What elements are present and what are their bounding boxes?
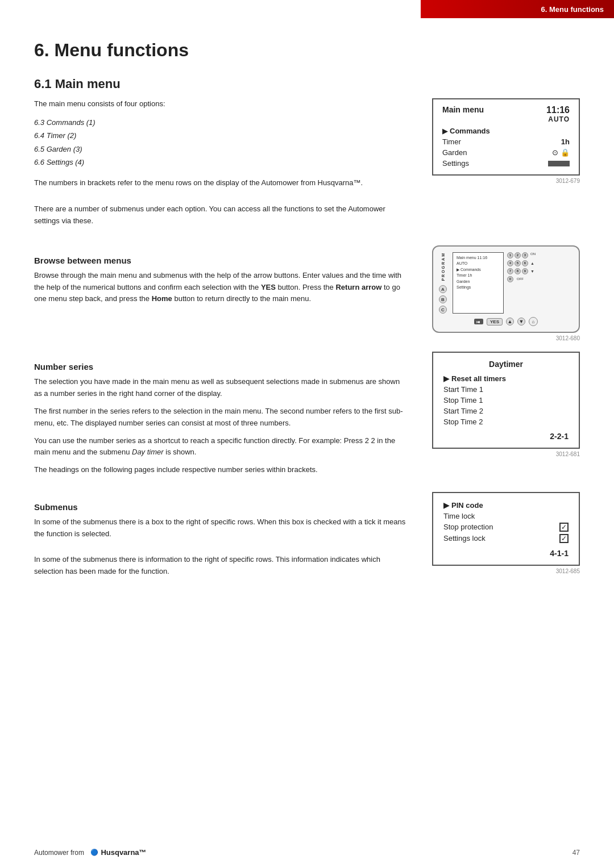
sub-lcd-row-timelock: Time lock: [443, 511, 569, 521]
header-section-label: 6. Menu functions: [541, 5, 604, 14]
number-series-para2: The first number in the series refers to…: [34, 406, 409, 429]
daytimer-lcd: Daytimer ▶Reset all timers Start Time 1 …: [432, 352, 580, 449]
btn-down[interactable]: ▼: [517, 318, 525, 326]
off-indicator: ▼: [530, 269, 534, 274]
submenus-lcd: ▶PIN code Time lock Stop protection ✓ Se…: [432, 492, 580, 566]
daytimer-row-reset: ▶Reset all timers: [443, 373, 569, 384]
lcd-time-auto: 11:16 AUTO: [546, 105, 570, 123]
daytimer-title: Daytimer: [443, 360, 569, 369]
lcd-bar-settings: [548, 161, 570, 166]
on-indicator: ▲: [530, 261, 534, 266]
lcd-row-commands: ▶Commands: [442, 126, 570, 136]
lcd-label-settings: Settings: [442, 159, 469, 168]
device-left-area: PROGRAM A B C: [439, 252, 449, 314]
submenus-two-col: Submenus In some of the submenus there i…: [34, 492, 580, 583]
browse-two-col: Browse between menus Browse through the …: [34, 245, 580, 342]
btn-6[interactable]: 6: [522, 260, 528, 266]
lcd-auto: AUTO: [546, 115, 570, 123]
section-6-1: 6.1 Main menu The main menu consists of …: [34, 77, 580, 233]
menu-note: The numbers in brackets refer to the men…: [34, 177, 409, 189]
submenus-number: 4-1-1: [443, 549, 569, 558]
daytimer-row-stop2: Stop Time 2: [443, 416, 569, 427]
lcd-val-timer: 1h: [561, 137, 570, 146]
check-stop-protection: ✓: [559, 523, 569, 532]
main-menu-left-col: The main menu consists of four options: …: [34, 98, 409, 233]
main-menu-two-col: The main menu consists of four options: …: [34, 98, 580, 233]
btn-2[interactable]: 2: [515, 252, 521, 258]
page-number: 47: [572, 849, 580, 857]
device-illustration: PROGRAM A B C Main menu 11:16 AUT: [432, 245, 580, 333]
mini-lcd-line6: Settings: [457, 285, 500, 291]
mini-lcd-line3: ▶ Commands: [457, 267, 500, 273]
mini-lcd-line2: AUTO: [457, 261, 500, 267]
header-bar: 6. Menu functions: [421, 0, 614, 18]
daytimer-arrow: ▶: [443, 374, 449, 383]
menu-item-1: 6.3 Commands (1): [34, 116, 409, 129]
menu-subtext1: There are a number of submenus under eac…: [34, 203, 409, 227]
number-series-para4: The headings on the following pages incl…: [34, 464, 409, 476]
keypad-row-1: 1 2 3 ON: [507, 252, 536, 258]
number-series-right-col: Daytimer ▶Reset all timers Start Time 1 …: [432, 352, 580, 482]
sub-lcd-row-stop-protection: Stop protection ✓: [443, 521, 569, 533]
btn-9[interactable]: 9: [522, 268, 528, 274]
daytimer-row-start2: Start Time 2: [443, 406, 569, 416]
menu-item-3: 6.5 Garden (3): [34, 143, 409, 156]
device-mini-lcd: Main menu 11:16 AUTO ▶ Commands Timer 1h…: [453, 252, 504, 314]
browse-right-col: PROGRAM A B C Main menu 11:16 AUT: [432, 245, 580, 342]
main-menu-right-col: Main menu 11:16 AUTO ▶Commands Timer 1h: [432, 98, 580, 233]
submenus-para1: In some of the submenus there is a box t…: [34, 516, 409, 540]
btn-A[interactable]: A: [439, 285, 447, 293]
btn-4[interactable]: 4: [507, 260, 513, 266]
btn-3[interactable]: 3: [522, 252, 528, 258]
mini-lcd-line1: Main menu 11:16: [457, 255, 500, 261]
chapter-title: 6. Menu functions: [34, 40, 580, 61]
number-series-left-col: Number series The selection you have mad…: [34, 352, 409, 482]
footer-logo: Automower from 🔵 Husqvarna™: [34, 848, 147, 857]
submenus-left-col: Submenus In some of the submenus there i…: [34, 492, 409, 583]
lcd-row-garden: Garden ⊙ 🔒: [442, 147, 570, 158]
lcd-header: Main menu 11:16 AUTO: [442, 105, 570, 123]
btn-1[interactable]: 1: [507, 252, 513, 258]
number-series-two-col: Number series The selection you have mad…: [34, 352, 580, 482]
husqvarna-brand: Husqvarna™: [101, 848, 146, 857]
btn-7[interactable]: 7: [507, 268, 513, 274]
btn-5[interactable]: 5: [515, 260, 521, 266]
btn-auto-home[interactable]: ⏮: [474, 319, 483, 324]
lcd-ref-main: 3012-679: [432, 178, 580, 184]
husqvarna-icon: 🔵: [90, 849, 98, 856]
sub-lcd-row-settings-lock: Settings lock ✓: [443, 533, 569, 544]
footer-left-text: Automower from: [34, 849, 84, 857]
btn-up[interactable]: ▲: [506, 318, 514, 326]
menu-item-4: 6.6 Settings (4): [34, 156, 409, 169]
device-side-labels: PROGRAM A B C: [439, 252, 447, 314]
btn-B[interactable]: B: [439, 295, 447, 303]
number-series-heading: Number series: [34, 362, 409, 372]
keypad-row-3: 7 8 9 ▼: [507, 268, 536, 274]
browse-text: Browse through the main menu and submenu…: [34, 270, 409, 305]
sub-lcd-arrow: ▶: [443, 501, 449, 510]
keypad-row-4: 0 OFF: [507, 276, 536, 282]
main-menu-intro: The main menu consists of four options:: [34, 98, 409, 110]
btn-8[interactable]: 8: [515, 268, 521, 274]
btn-0[interactable]: 0: [507, 276, 513, 282]
lcd-arrow-icon: ▶: [442, 127, 447, 135]
page-content: 6. Menu functions 6.1 Main menu The main…: [0, 0, 614, 628]
lcd-time: 11:16: [546, 105, 570, 115]
lcd-row-settings: Settings: [442, 158, 570, 169]
lcd-main-menu: Main menu 11:16 AUTO ▶Commands Timer 1h: [432, 98, 580, 176]
lcd-icon-garden: ⊙ 🔒: [552, 148, 570, 157]
btn-C[interactable]: C: [439, 306, 447, 314]
off-label: OFF: [517, 277, 524, 281]
program-label: PROGRAM: [441, 252, 445, 281]
on-label: ON: [530, 252, 536, 258]
btn-home[interactable]: ⌂: [529, 317, 538, 326]
submenus-right-col: ▶PIN code Time lock Stop protection ✓ Se…: [432, 492, 580, 583]
lcd-title: Main menu: [442, 105, 484, 114]
section-title-6-1: 6.1 Main menu: [34, 77, 580, 91]
menu-item-2: 6.4 Timer (2): [34, 129, 409, 142]
mini-lcd-line5: Garden: [457, 279, 500, 285]
daytimer-row-start1: Start Time 1: [443, 384, 569, 395]
btn-yes[interactable]: YES: [487, 318, 503, 326]
submenus-heading: Submenus: [34, 502, 409, 512]
device-bottom-buttons: ⏮ YES ▲ ▼ ⌂: [474, 317, 538, 326]
